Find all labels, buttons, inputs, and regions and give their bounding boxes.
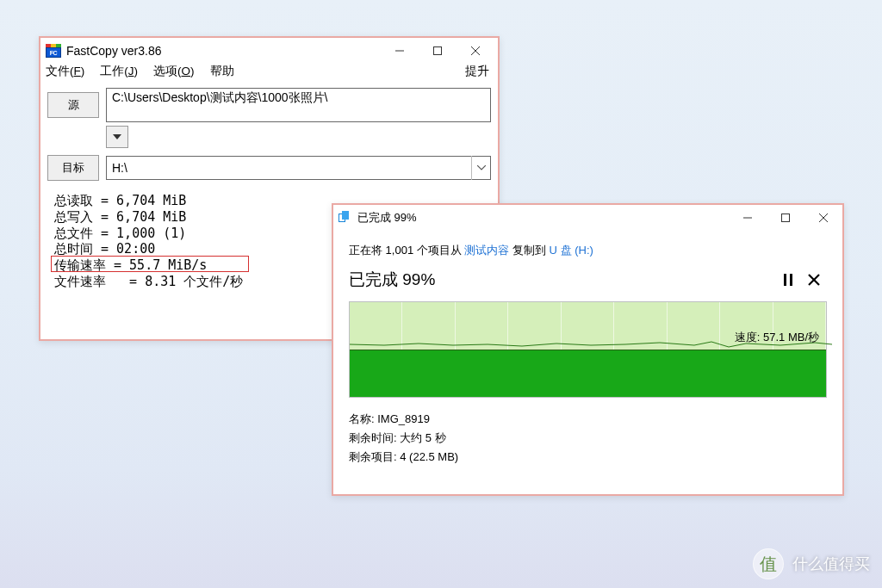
copy-progress-icon	[339, 211, 352, 225]
window-title: 已完成 99%	[357, 210, 417, 226]
pause-button[interactable]	[775, 267, 801, 293]
svg-rect-9	[784, 274, 786, 286]
source-input[interactable]: C:\Users\Desktop\测试内容\1000张照片\	[106, 88, 491, 122]
menubar: 文件(F) 工作(J) 选项(O) 帮助 提升	[40, 64, 498, 83]
menu-upgrade[interactable]: 提升	[465, 64, 489, 79]
target-input[interactable]: H:\	[106, 156, 491, 180]
minimize-button[interactable]	[381, 39, 419, 63]
throughput-chart: 速度: 57.1 MB/秒	[349, 301, 827, 398]
close-button[interactable]	[804, 206, 842, 230]
watermark-icon: 值	[753, 548, 784, 579]
copy-message: 正在将 1,001 个项目从 测试内容 复制到 U 盘 (H:)	[349, 243, 827, 258]
detail-name-value: IMG_8919	[377, 412, 430, 425]
source-row: 源 C:\Users\Desktop\测试内容\1000张照片\	[47, 88, 491, 122]
copy-dialog-window: 已完成 99% 正在将 1,001 个项目从 测试内容 复制到 U 盘 (H:)…	[332, 203, 844, 496]
details-panel: 名称: IMG_8919 剩余时间: 大约 5 秒 剩余项目: 4 (22.5 …	[349, 410, 827, 467]
svg-rect-6	[782, 214, 790, 222]
detail-time-value: 大约 5 秒	[400, 431, 445, 444]
svg-marker-4	[113, 134, 121, 139]
titlebar[interactable]: FC FastCopy ver3.86	[40, 38, 498, 64]
close-button[interactable]	[457, 39, 494, 63]
svg-rect-10	[790, 274, 792, 286]
menu-options[interactable]: 选项(O)	[153, 64, 195, 79]
target-button[interactable]: 目标	[47, 155, 99, 181]
watermark-text: 什么值得买	[792, 554, 870, 574]
fastcopy-app-icon: FC	[46, 44, 61, 58]
source-button[interactable]: 源	[47, 92, 99, 118]
target-dropdown[interactable]	[471, 156, 490, 180]
target-value: H:\	[112, 161, 471, 175]
detail-items-label: 剩余项目:	[349, 450, 400, 463]
source-link[interactable]: 测试内容	[464, 244, 509, 257]
maximize-button[interactable]	[767, 206, 804, 230]
cancel-button[interactable]	[801, 267, 827, 293]
detail-items-value: 4 (22.5 MB)	[400, 450, 458, 463]
source-history-dropdown[interactable]	[106, 126, 128, 148]
dest-link[interactable]: U 盘 (H:)	[550, 244, 593, 257]
window-title: FastCopy ver3.86	[66, 44, 162, 58]
watermark: 值 什么值得买	[753, 548, 870, 579]
menu-help[interactable]: 帮助	[210, 64, 234, 79]
minimize-button[interactable]	[729, 206, 767, 230]
maximize-button[interactable]	[419, 39, 457, 63]
svg-rect-1	[434, 47, 442, 55]
detail-time-label: 剩余时间:	[349, 431, 400, 444]
target-row: 目标 H:\	[47, 155, 491, 181]
detail-name-label: 名称:	[349, 412, 377, 425]
titlebar[interactable]: 已完成 99%	[333, 205, 842, 231]
progress-status: 已完成 99%	[349, 269, 775, 291]
menu-work[interactable]: 工作(J)	[100, 64, 138, 79]
menu-file[interactable]: 文件(F)	[46, 64, 84, 79]
speed-label: 速度: 57.1 MB/秒	[735, 330, 819, 345]
